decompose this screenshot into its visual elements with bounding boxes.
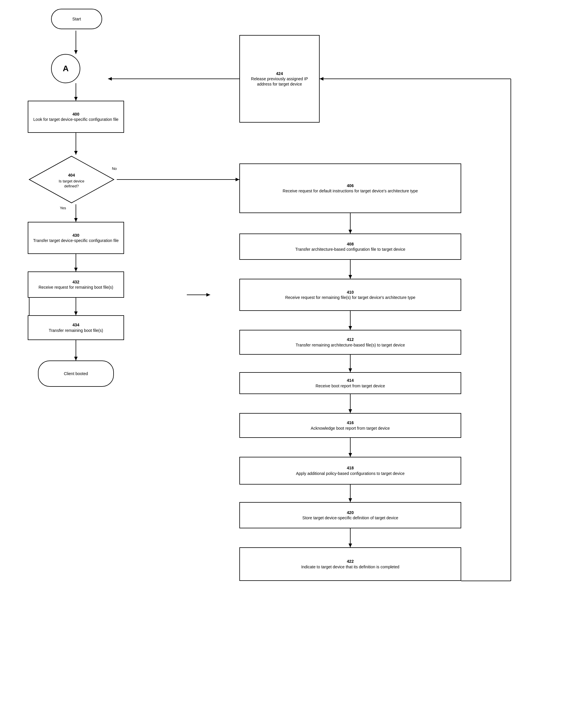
- yes-label: Yes: [60, 206, 66, 210]
- svg-marker-29: [108, 77, 112, 81]
- node-406-text: 406 Receive request for default instruct…: [282, 183, 418, 194]
- node-412-shape: 412 Transfer remaining architecture-base…: [239, 330, 461, 355]
- node-434-text: 434 Transfer remaining boot file(s): [49, 322, 103, 333]
- node-432-text: 432 Receive request for remaining boot f…: [39, 279, 113, 290]
- node-430-text: 430 Transfer target device-specific conf…: [33, 232, 119, 243]
- node-432-shape: 432 Receive request for remaining boot f…: [28, 271, 124, 298]
- node-434-shape: 434 Transfer remaining boot file(s): [28, 315, 124, 340]
- svg-marker-9: [349, 230, 352, 233]
- svg-marker-35: [74, 311, 77, 315]
- svg-marker-7: [236, 178, 239, 181]
- node-412-text: 412 Transfer remaining architecture-base…: [296, 337, 405, 347]
- diamond-svg: 404 Is target device defined?: [28, 155, 115, 204]
- no-label: No: [112, 166, 117, 171]
- svg-text:defined?: defined?: [64, 184, 79, 188]
- node-416-text: 416 Acknowledge boot report from target …: [311, 420, 390, 430]
- svg-marker-43: [206, 293, 210, 297]
- start-label: Start: [72, 16, 81, 21]
- svg-marker-15: [349, 368, 352, 372]
- svg-marker-17: [349, 409, 352, 413]
- svg-marker-31: [74, 218, 77, 222]
- node-400-text: 400 Look for target device-specific conf…: [33, 111, 118, 122]
- svg-text:404: 404: [68, 173, 75, 177]
- node-418-text: 418 Apply additional policy-based config…: [296, 465, 405, 476]
- node-404-shape: 404 Is target device defined? No Yes: [28, 155, 115, 204]
- svg-marker-27: [320, 77, 323, 81]
- node-430-shape: 430 Transfer target device-specific conf…: [28, 222, 124, 254]
- svg-marker-1: [74, 50, 77, 54]
- svg-marker-5: [74, 151, 77, 155]
- svg-marker-13: [349, 326, 352, 330]
- svg-marker-33: [74, 268, 77, 271]
- node-424-text: 424 Release previously assigned IP addre…: [244, 71, 316, 87]
- node-422-shape: 422 Indicate to target device that its d…: [239, 547, 461, 581]
- node-406-shape: 406 Receive request for default instruct…: [239, 163, 461, 213]
- node-414-text: 414 Receive boot report from target devi…: [316, 378, 385, 388]
- svg-marker-3: [74, 97, 77, 101]
- node-418-shape: 418 Apply additional policy-based config…: [239, 457, 461, 484]
- svg-marker-37: [74, 357, 77, 361]
- node-416-shape: 416 Acknowledge boot report from target …: [239, 413, 461, 438]
- svg-marker-21: [349, 498, 352, 502]
- node-400-shape: 400 Look for target device-specific conf…: [28, 101, 124, 133]
- node-420-shape: 420 Store target device-specific definit…: [239, 502, 461, 528]
- flowchart-diagram: Start A 400 Look for target device-speci…: [0, 0, 573, 728]
- client-booted-label: Client booted: [64, 371, 88, 376]
- start-shape: Start: [51, 9, 102, 29]
- node-408-text: 408 Transfer architecture-based configur…: [296, 242, 406, 252]
- node-408-shape: 408 Transfer architecture-based configur…: [239, 233, 461, 260]
- node-414-shape: 414 Receive boot report from target devi…: [239, 372, 461, 394]
- node-410-shape: 410 Receive request for remaining file(s…: [239, 279, 461, 311]
- node-410-text: 410 Receive request for remaining file(s…: [285, 290, 415, 300]
- node-420-text: 420 Store target device-specific definit…: [302, 510, 398, 520]
- node-a-shape: A: [51, 54, 80, 83]
- svg-marker-19: [349, 453, 352, 457]
- node-a-label: A: [63, 63, 68, 74]
- node-422-text: 422 Indicate to target device that its d…: [301, 559, 399, 569]
- svg-marker-11: [349, 275, 352, 279]
- node-424-shape: 424 Release previously assigned IP addre…: [239, 35, 320, 122]
- svg-text:Is target device: Is target device: [59, 179, 84, 183]
- svg-marker-23: [349, 543, 352, 547]
- client-booted-shape: Client booted: [38, 361, 114, 387]
